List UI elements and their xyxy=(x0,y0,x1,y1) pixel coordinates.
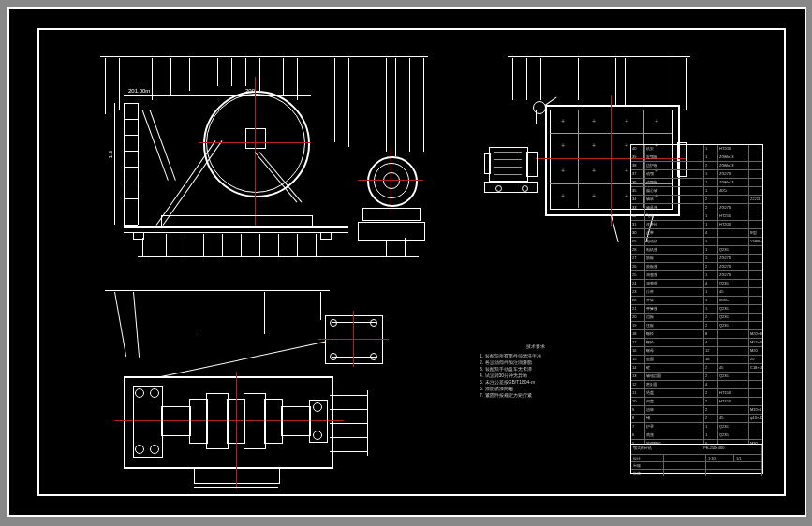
bom-note xyxy=(749,162,762,169)
bom-row: 6底座1Q235 xyxy=(631,431,762,439)
bom-num: 22 xyxy=(631,297,645,304)
bom-row: 40机架1HT200 xyxy=(631,145,762,153)
bom-qty: 2 xyxy=(704,389,718,397)
bom-name: 闷盖 xyxy=(645,398,704,405)
bom-note xyxy=(749,153,762,161)
bom-name: 飞轮 xyxy=(645,212,704,220)
bom-qty: 1 xyxy=(704,271,718,279)
bom-num: 29 xyxy=(631,238,645,245)
bom-row: 17螺栓4M24×100 xyxy=(631,338,762,346)
title-dwgno: PE-250×400 xyxy=(701,445,762,454)
title-check-label: 审核 xyxy=(631,462,664,469)
bom-mat: HT150 xyxy=(718,398,749,405)
bom-name: 定颚板 xyxy=(645,153,704,161)
bom-name: 调整垫 xyxy=(645,280,704,287)
bom-mat: HT250 xyxy=(718,212,749,220)
notes-line5: 4. 试运转30分钟无异响 xyxy=(480,373,592,379)
bom-row: 21弹簧座1Q235 xyxy=(631,304,762,313)
bom-row: 15垫圈1620 xyxy=(631,355,762,363)
bom-mat: 45 xyxy=(718,288,749,296)
notes-line2: 1. 装配前所有零件须清洗干净 xyxy=(480,353,592,359)
bom-mat: HT200 xyxy=(718,221,749,228)
bom-row: 32飞轮1HT250 xyxy=(631,212,762,220)
bom-row: 11透盖2HT150 xyxy=(631,388,762,397)
bom-row: 34轴承222220 xyxy=(631,195,762,203)
bom-row: 18螺栓8M20×80 xyxy=(631,329,762,338)
bom-name: 动颚 xyxy=(645,170,704,178)
bom-row: 26肋板座2ZG270 xyxy=(631,262,762,270)
title-name: 颚式破碎机 xyxy=(631,445,701,454)
bom-num: 38 xyxy=(631,162,645,169)
bom-name: 底座 xyxy=(645,431,704,439)
notes-line7: 6. 涂防锈漆两遍 xyxy=(480,386,592,392)
bom-mat: Q235 xyxy=(718,423,749,431)
bom-note: φ10×40 xyxy=(749,415,762,422)
bom-mat xyxy=(718,330,749,338)
bom-note: 20 xyxy=(749,356,762,363)
bom-qty: 1 xyxy=(704,255,718,262)
bom-mat: Q235 xyxy=(718,305,749,313)
bom-name: 透盖 xyxy=(645,389,704,397)
bom-num: 19 xyxy=(631,322,645,329)
cad-viewport: 201.00m 200 1 xyxy=(0,0,812,526)
title-scale-label: 1:10 xyxy=(706,455,734,461)
bom-row: 19压板2Q235 xyxy=(631,321,762,329)
bom-row: 38边护板2ZGMn13 xyxy=(631,161,762,169)
bom-mat: 65Mn xyxy=(718,297,749,304)
dim-16: 1.6 xyxy=(108,151,113,158)
bom-note: B型 xyxy=(749,229,762,237)
notes-line3: 2. 各运动部件加注润滑脂 xyxy=(480,359,592,366)
bom-num: 35 xyxy=(631,187,645,195)
bom-note xyxy=(749,305,762,313)
bom-num: 15 xyxy=(631,356,645,363)
bom-row: 12密封圈4 xyxy=(631,380,762,388)
bom-row: 8销245φ10×40 xyxy=(631,414,762,422)
bom-mat xyxy=(718,339,749,346)
bom-qty: 1 xyxy=(704,221,718,228)
title-approve-label: 批准 xyxy=(631,470,664,476)
bom-note xyxy=(749,431,762,439)
bom-note xyxy=(749,170,762,178)
front-view: 201.00m 200 1 xyxy=(96,58,451,255)
bom-num: 40 xyxy=(631,145,645,153)
bom-row: 9油杯2M10×1 xyxy=(631,405,762,414)
bom-num: 24 xyxy=(631,280,645,287)
bom-note: 22220 xyxy=(749,196,762,203)
bom-row: 10闷盖2HT150 xyxy=(631,397,762,405)
bom-name: 轴承座 xyxy=(645,204,704,212)
bom-mat: ZG270 xyxy=(718,255,749,262)
bom-note xyxy=(749,423,762,431)
bom-qty: 1 xyxy=(704,187,718,195)
bom-num: 27 xyxy=(631,255,645,262)
bom-qty: 4 xyxy=(704,339,718,346)
bom-note xyxy=(749,389,762,397)
bom-qty: 2 xyxy=(704,373,718,380)
bom-qty: 2 xyxy=(704,204,718,212)
bom-qty: 12 xyxy=(704,347,718,355)
bom-num: 23 xyxy=(631,288,645,296)
bom-qty: 2 xyxy=(704,364,718,372)
bom-row: 24调整垫4Q235 xyxy=(631,279,762,287)
notes-line8: 7. 紧固件按规定力矩拧紧 xyxy=(480,392,592,399)
bom-num: 8 xyxy=(631,415,645,422)
bom-note xyxy=(749,297,762,304)
bom-qty: 2 xyxy=(704,196,718,203)
bom-name: 皮带 xyxy=(645,229,704,237)
bom-mat: 45 xyxy=(718,415,749,422)
bom-row: 29电动机1Y180L-4 xyxy=(631,237,762,245)
bom-qty: 2 xyxy=(704,314,718,321)
bom-qty: 4 xyxy=(704,280,718,287)
bom-mat: Q235 xyxy=(718,322,749,329)
bom-name: 机架 xyxy=(645,145,704,153)
bom-note xyxy=(749,179,762,186)
bom-qty: 2 xyxy=(704,398,718,405)
drawing-area[interactable]: 201.00m 200 1 xyxy=(39,30,784,494)
bom-num: 30 xyxy=(631,229,645,237)
bom-num: 6 xyxy=(631,431,645,439)
bom-qty: 1 xyxy=(704,431,718,439)
bom-num: 31 xyxy=(631,221,645,228)
bom-note xyxy=(749,145,762,153)
bom-mat: ZG270 xyxy=(718,263,749,270)
bom-qty: 1 xyxy=(704,288,718,296)
title-drawn-label: 设计 xyxy=(631,455,664,461)
